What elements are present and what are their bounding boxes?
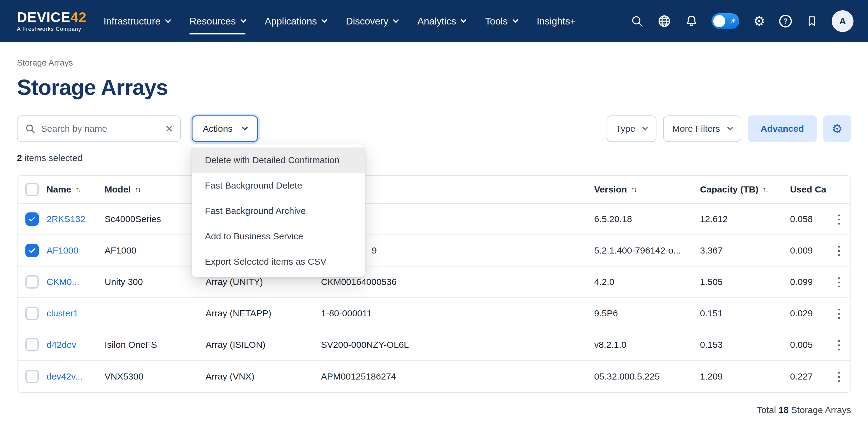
- row-checkbox-cell: [18, 370, 46, 383]
- help-icon[interactable]: ?: [779, 15, 792, 28]
- column-header[interactable]: Used Ca: [790, 184, 828, 195]
- table-settings-button[interactable]: ⚙: [823, 116, 851, 142]
- total-prefix: Total: [757, 405, 776, 415]
- selection-count: 2 items selected: [17, 153, 851, 163]
- nav-item-label: Applications: [265, 16, 317, 27]
- actions-menu-item[interactable]: Fast Background Archive: [192, 198, 365, 224]
- table-row: cluster1 Array (NETAPP) 1-80-000011 9.5P…: [18, 298, 850, 329]
- row-actions-kebab[interactable]: ⋮: [828, 370, 850, 383]
- row-checkbox[interactable]: [25, 338, 39, 351]
- type-filter-dropdown[interactable]: Type: [607, 116, 656, 142]
- row-model: Unity 300: [104, 277, 206, 287]
- logo-tagline: A Freshworks Company: [17, 26, 87, 32]
- row-model: Isilon OneFS: [104, 340, 206, 350]
- row-name-link[interactable]: CKM0...: [46, 277, 104, 287]
- gear-icon: ⚙: [832, 123, 843, 135]
- nav-item-discovery[interactable]: Discovery: [346, 0, 398, 42]
- row-actions-kebab[interactable]: ⋮: [828, 244, 850, 257]
- chevron-down-icon: [321, 17, 328, 23]
- column-header[interactable]: Version ↑↓: [594, 184, 700, 195]
- search-input[interactable]: [41, 124, 160, 134]
- chevron-down-icon: [240, 17, 246, 23]
- search-box: ×: [17, 116, 181, 142]
- column-label: Capacity (TB): [700, 184, 758, 195]
- row-version: 9.5P6: [594, 308, 700, 318]
- nav-item-label: Tools: [485, 16, 508, 27]
- nav-item-tools[interactable]: Tools: [485, 0, 518, 42]
- search-icon[interactable]: [630, 13, 644, 29]
- column-label: Model: [104, 184, 131, 195]
- row-checkbox[interactable]: [25, 370, 39, 383]
- total-count: 18: [779, 405, 788, 415]
- row-actions-kebab[interactable]: ⋮: [828, 275, 850, 289]
- total-count-footer: Total 18 Storage Arrays: [17, 405, 851, 415]
- device42-logo[interactable]: DEVICE42 A Freshworks Company: [17, 10, 87, 32]
- advanced-button[interactable]: Advanced: [748, 116, 817, 142]
- actions-menu-item[interactable]: Fast Background Delete: [192, 173, 365, 198]
- settings-gear-icon[interactable]: ⚙: [752, 13, 767, 29]
- row-version: 4.2.0: [594, 277, 700, 287]
- row-name-link[interactable]: d42dev: [46, 340, 104, 350]
- nav-item-analytics[interactable]: Analytics: [417, 0, 466, 42]
- logo-wordmark: DEVICE42: [17, 10, 87, 24]
- row-type: Array (ISILON): [206, 340, 321, 350]
- table-body: 2RKS132 Sc4000Series 6.5.20.18 12.612 0.…: [18, 204, 850, 392]
- header-checkbox-cell: [18, 183, 46, 196]
- type-filter-label: Type: [616, 124, 635, 134]
- bell-icon[interactable]: [684, 13, 699, 29]
- more-filters-dropdown[interactable]: More Filters: [663, 116, 741, 142]
- menu-item-label: Fast Background Archive: [205, 206, 306, 216]
- menu-item-label: Fast Background Delete: [205, 181, 302, 191]
- storage-arrays-table: Name ↑↓ Model ↑↓ Version ↑↓ Capacity (TB…: [17, 175, 851, 393]
- row-name-link[interactable]: 2RKS132: [46, 214, 104, 224]
- breadcrumb: Storage Arrays: [17, 58, 851, 68]
- toolbar-right: Type More Filters Advanced ⚙: [607, 116, 851, 142]
- row-type: Array (NETAPP): [206, 308, 321, 318]
- sort-icon: ↑↓: [135, 186, 141, 193]
- actions-dropdown-button[interactable]: Actions: [192, 116, 258, 142]
- row-checkbox[interactable]: [25, 307, 39, 320]
- user-avatar[interactable]: A: [832, 10, 854, 32]
- row-name-link[interactable]: dev42v...: [46, 371, 104, 382]
- nav-item-applications[interactable]: Applications: [265, 0, 327, 42]
- nav-item-resources[interactable]: Resources: [189, 0, 245, 42]
- row-checkbox[interactable]: [25, 213, 39, 226]
- row-checkbox[interactable]: [25, 275, 39, 289]
- row-version: 05.32.000.5.225: [594, 371, 700, 382]
- table-row: AF1000 AF1000 9 5.2.1.400-796142-o... 3.…: [18, 235, 850, 266]
- row-used-capacity: 0.005: [790, 340, 828, 350]
- row-actions-kebab[interactable]: ⋮: [828, 338, 850, 352]
- row-actions-kebab[interactable]: ⋮: [828, 212, 850, 226]
- total-suffix: Storage Arrays: [791, 405, 851, 415]
- select-all-checkbox[interactable]: [25, 183, 39, 196]
- row-name-link[interactable]: cluster1: [46, 308, 104, 318]
- row-name-link[interactable]: AF1000: [46, 245, 104, 256]
- table-row: 2RKS132 Sc4000Series 6.5.20.18 12.612 0.…: [18, 204, 850, 235]
- row-used-capacity: 0.009: [790, 245, 828, 256]
- clear-search-icon[interactable]: ×: [165, 122, 173, 135]
- nav-item-label: Infrastructure: [103, 16, 160, 27]
- row-checkbox[interactable]: [25, 244, 39, 257]
- row-used-capacity: 0.099: [790, 277, 828, 287]
- bookmark-icon[interactable]: [805, 13, 819, 29]
- column-header[interactable]: Capacity (TB) ↑↓: [700, 184, 790, 195]
- row-checkbox-cell: [18, 244, 46, 257]
- row-serial: APM00125186274: [321, 371, 594, 382]
- nav-item-insights-[interactable]: Insights+: [537, 0, 576, 42]
- globe-icon[interactable]: [657, 13, 672, 29]
- nav-item-label: Insights+: [537, 16, 576, 27]
- column-header[interactable]: Name ↑↓: [46, 184, 104, 195]
- actions-menu-item[interactable]: Export Selected items as CSV: [192, 249, 365, 274]
- nav-item-label: Resources: [189, 16, 236, 27]
- column-header[interactable]: Model ↑↓: [104, 184, 206, 195]
- nav-item-infrastructure[interactable]: Infrastructure: [103, 0, 170, 42]
- theme-toggle[interactable]: ☀: [711, 13, 739, 29]
- chevron-down-icon: [165, 17, 171, 23]
- actions-menu-item[interactable]: Add to Business Service: [192, 224, 365, 249]
- row-actions-kebab[interactable]: ⋮: [828, 307, 850, 320]
- row-capacity: 1.209: [700, 371, 790, 382]
- toolbar: × Actions Type More Filters Advanced ⚙: [17, 116, 851, 142]
- actions-menu-item[interactable]: Delete with Detailed Confirmation: [192, 148, 365, 173]
- menu-item-label: Export Selected items as CSV: [205, 257, 327, 267]
- row-used-capacity: 0.058: [790, 214, 828, 224]
